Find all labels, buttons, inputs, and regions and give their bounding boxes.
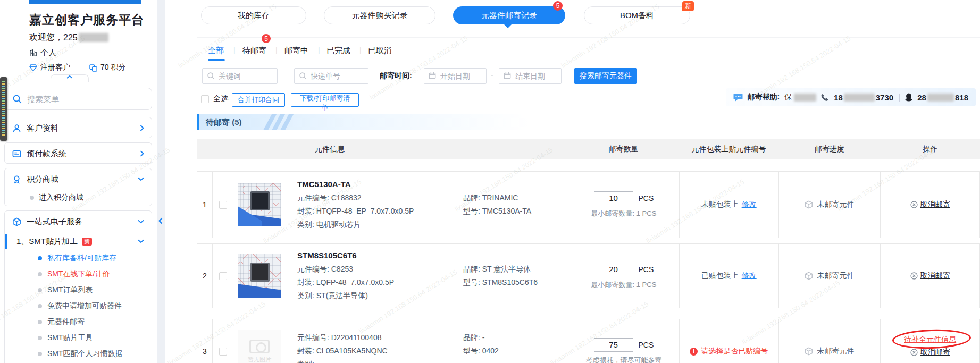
progress-status: 未邮寄元件 <box>817 271 854 281</box>
date-range-separator: - <box>491 71 493 79</box>
coins-icon <box>89 64 97 72</box>
sidebar-item-smt-tools[interactable]: SMT贴片工具 <box>5 330 152 346</box>
bullet-icon <box>38 288 42 292</box>
sidebar-item-label: 客户资料 <box>27 123 135 133</box>
qty-unit: PCS <box>639 194 654 202</box>
subtab-done[interactable]: 已完成 <box>326 46 350 56</box>
qty-input[interactable] <box>594 191 633 205</box>
new-badge: 新 <box>82 238 92 246</box>
row-index: 3 <box>197 319 212 363</box>
tab-label: 元器件邮寄记录 <box>481 11 537 21</box>
sidebar-item-label: 一站式电子服务 <box>27 217 132 227</box>
row-checkbox[interactable] <box>219 201 227 209</box>
sidebar-top-blue-bar <box>29 0 141 4</box>
modify-link[interactable]: 修改 <box>742 200 757 209</box>
bullet-icon <box>38 320 42 324</box>
merge-print-contract-button[interactable]: 合并打印合同 <box>232 93 285 107</box>
subtab-pending[interactable]: 待邮寄 <box>242 46 266 56</box>
circle-x-icon <box>910 201 918 208</box>
progress-status: 未邮寄元件 <box>817 347 854 356</box>
circle-x-icon <box>910 349 918 356</box>
tab-my-stock[interactable]: 我的库存 <box>201 6 306 24</box>
package-box-icon <box>805 347 813 356</box>
sticker-status: 未贴包装上 <box>701 200 739 209</box>
sidebar-item-free-apply-parts[interactable]: 免费申请增加可贴器件 <box>5 298 152 314</box>
bullet-icon <box>38 256 42 260</box>
tab-badge-count: 5 <box>553 1 563 11</box>
min-qty-note: 最小邮寄数量: 1 PCS <box>591 209 657 218</box>
subtab-all[interactable]: 全部 <box>208 46 224 56</box>
tab-mailing-records[interactable]: 元器件邮寄记录 <box>453 6 565 24</box>
sidebar-collapse-button[interactable] <box>158 217 163 226</box>
qty-input[interactable] <box>594 338 633 352</box>
sidebar-item-smt-habit-data[interactable]: SMT匹配个人习惯数据 <box>5 346 152 362</box>
sidebar-item-smt-processing[interactable]: 1、SMT贴片加工 新 <box>5 232 152 250</box>
active-tab-pointer <box>504 24 512 28</box>
sidebar-header-collapse[interactable] <box>51 74 89 82</box>
menu-search-input[interactable] <box>27 95 144 104</box>
sidebar-item-one-stop-service[interactable]: 一站式电子服务 <box>5 211 152 232</box>
cancel-mailing-action[interactable]: 取消邮寄 <box>910 348 950 357</box>
col-header-package-sticker: 元件包装上贴元件编号 <box>679 145 778 154</box>
circle-x-icon <box>910 272 918 280</box>
platform-title: 嘉立创客户服务平台 <box>29 12 144 28</box>
choose-sticker-warning-link[interactable]: 请选择是否已贴编号 <box>701 347 768 356</box>
package-sticker-cell: i 请选择是否已贴编号 <box>679 319 778 363</box>
package-box-icon <box>805 200 813 209</box>
component-info-cell: TMC5130A-TA 元件编号: C188832 品牌: TRINAMIC 封… <box>212 172 568 238</box>
qty-input[interactable] <box>594 263 633 276</box>
select-all-label: 全选 <box>213 94 228 104</box>
welcome-user: 225 <box>63 33 78 43</box>
tab-purchase-records[interactable]: 元器件购买记录 <box>324 6 435 24</box>
sidebar-item-component-mailing[interactable]: 元器件邮寄 <box>5 314 152 330</box>
cancel-mailing-label[interactable]: 取消邮寄 <box>920 200 950 209</box>
sidebar-item-label: SMT订单列表 <box>47 285 93 295</box>
bom-new-badge: 新 <box>682 1 694 11</box>
package-box-icon <box>805 272 813 280</box>
no-image-placeholder: 暂无图片 <box>238 330 281 363</box>
subtab-pending-badge: 5 <box>262 34 271 43</box>
component-info-cell: 暂无图片 元件编号: D22041100408 品牌: - 封装: CL05A1… <box>212 319 568 363</box>
redacted-qq <box>927 94 954 102</box>
red-circle-annotation <box>892 328 971 350</box>
welcome-prefix: 欢迎您， <box>29 32 63 43</box>
bullet-icon <box>38 352 42 356</box>
complete-info-action[interactable]: 待补全元件信息 <box>904 334 956 344</box>
sidebar-item-enter-points-mall[interactable]: 进入积分商城 <box>5 190 152 206</box>
brand: 品牌: ST 意法半导体 <box>463 265 531 274</box>
cancel-mailing-action[interactable]: 取消邮寄 <box>910 271 950 281</box>
tab-bom-stock[interactable]: BOM备料 <box>584 6 690 24</box>
row-checkbox[interactable] <box>219 348 227 356</box>
sidebar-item-smt-order-list[interactable]: SMT订单列表 <box>5 282 152 298</box>
active-subtab-underline <box>208 59 225 61</box>
subtab-canceled[interactable]: 已取消 <box>368 46 392 56</box>
sidebar-item-label: 私有库备料/可贴库存 <box>47 254 116 263</box>
browser-extension-widget[interactable] <box>0 77 7 141</box>
subtab-mailing[interactable]: 邮寄中 <box>284 46 308 56</box>
category: 类别: <box>297 360 314 363</box>
qty-unit: PCS <box>639 265 654 274</box>
sidebar-item-prepayment[interactable]: 预付款系统 <box>4 142 152 164</box>
component-details: STM8S105C6T6 元件编号: C8253 品牌: ST 意法半导体 封装… <box>297 251 538 301</box>
select-all-checkbox[interactable] <box>201 95 209 103</box>
subtab-separator: | <box>359 46 362 54</box>
row-checkbox[interactable] <box>219 272 227 280</box>
sidebar-item-points-mall[interactable]: 积分商城 <box>5 168 152 190</box>
section-title: 待邮寄 (5) <box>206 117 242 128</box>
menu-search-box[interactable] <box>4 88 152 110</box>
sidebar-item-customer-info[interactable]: 客户资料 <box>4 117 152 138</box>
cancel-mailing-action[interactable]: 取消邮寄 <box>910 200 950 209</box>
search-icon <box>12 94 22 104</box>
model: 型号: STM8S105C6T6 <box>463 278 538 288</box>
cancel-mailing-label[interactable]: 取消邮寄 <box>920 271 950 281</box>
sidebar-item-smt-online-order[interactable]: SMT在线下单/计价 <box>5 266 152 282</box>
search-mail-components-button[interactable]: 搜索邮寄元器件 <box>574 68 637 84</box>
col-header-progress: 邮寄进度 <box>778 145 881 154</box>
modify-link[interactable]: 修改 <box>742 271 757 281</box>
sidebar-item-private-stock[interactable]: 私有库备料/可贴库存 <box>5 250 152 266</box>
cancel-mailing-label[interactable]: 取消邮寄 <box>920 348 950 357</box>
help-separator: | <box>898 92 900 102</box>
package-sticker-cell: 未贴包装上 修改 <box>679 172 778 238</box>
chip-image <box>250 191 270 210</box>
download-print-list-button[interactable]: 下载/打印邮寄清单 <box>291 93 359 107</box>
